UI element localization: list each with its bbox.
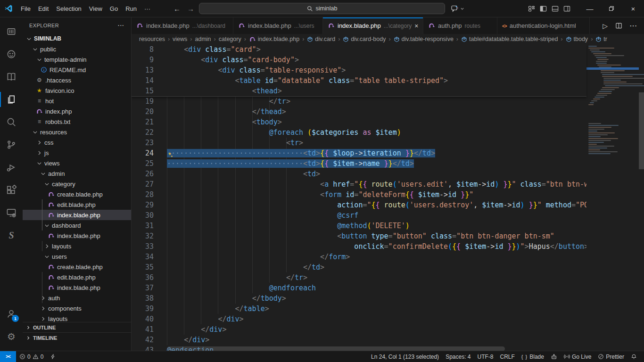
code-line-27[interactable]: 27 <a href="{{ route('users.edit', $item… <box>132 179 586 189</box>
line-number[interactable]: 28 <box>132 189 154 200</box>
tab-index-blade-php[interactable]: index.blade.php...\category× <box>323 17 423 34</box>
tree-item-index-php[interactable]: index.php <box>23 106 131 116</box>
customize-layout-icon[interactable] <box>528 5 535 12</box>
status-cursor-position[interactable]: Ln 24, Col 1 (123 selected) <box>368 354 442 360</box>
menu-more[interactable]: ··· <box>140 4 154 14</box>
menu-item-view[interactable]: View <box>85 4 106 14</box>
line-number[interactable]: 30 <box>132 210 154 221</box>
line-number[interactable]: 13 <box>132 65 154 75</box>
code-line-25[interactable]: 25································<td>{{… <box>132 158 586 169</box>
close-tab-icon[interactable]: × <box>414 22 418 30</box>
breadcrumb-item-div-card[interactable]: div.card <box>307 36 335 42</box>
status-encoding[interactable]: UTF-8 <box>474 354 497 360</box>
tree-item-admin[interactable]: admin <box>23 168 131 179</box>
line-number[interactable]: 21 <box>132 117 154 127</box>
status-eol[interactable]: CRLF <box>497 354 518 360</box>
code-line-30[interactable]: 30 @csrf <box>132 210 586 221</box>
activity-item-explorer[interactable] <box>0 88 23 111</box>
tree-item-template-admin[interactable]: template-admin <box>23 54 131 65</box>
line-number[interactable]: 27 <box>132 179 154 189</box>
feedback-indicator[interactable] <box>47 354 59 360</box>
code-line-35[interactable]: 35 </td> <box>132 262 586 272</box>
menu-item-file[interactable]: File <box>17 4 34 14</box>
line-number[interactable]: 32 <box>132 231 154 241</box>
status-indentation[interactable]: Spaces: 4 <box>442 354 474 360</box>
code-line-22[interactable]: 22 @foreach ($categories as $item) <box>132 127 586 138</box>
toggle-panel-icon[interactable] <box>552 5 559 12</box>
copilot-menu-button[interactable] <box>451 4 464 13</box>
code-line-41[interactable]: 41 </div> <box>132 324 586 335</box>
remote-indicator[interactable]: >< <box>0 351 16 362</box>
activity-item-s-extension[interactable]: S <box>0 224 23 247</box>
status-language-mode[interactable]: { }Blade <box>518 354 547 360</box>
minimap[interactable] <box>586 44 639 351</box>
restore-button[interactable] <box>601 0 622 17</box>
code-line-24[interactable]: 24································<td>{{… <box>132 148 586 158</box>
status-go-live[interactable]: Go Live <box>561 354 594 360</box>
code-line-39[interactable]: 39 </table> <box>132 304 586 314</box>
run-file-button[interactable]: ▷ <box>603 22 608 30</box>
explorer-more-actions[interactable]: ··· <box>118 23 124 28</box>
problems-indicator[interactable]: 0 0 <box>16 354 47 360</box>
code-line-13[interactable]: 13 <div class="table-responsive"> <box>132 65 586 75</box>
account-button[interactable]: 1 <box>0 303 23 325</box>
settings-button[interactable]: ⚙ <box>0 325 23 348</box>
code-line-40[interactable]: 40 </div> <box>132 314 586 324</box>
menu-item-go[interactable]: Go <box>106 4 122 14</box>
breadcrumb-item-table-datatable-table-table-striped[interactable]: table#datatable.table.table-striped <box>461 36 558 42</box>
line-number[interactable]: 33 <box>132 241 154 252</box>
breadcrumb-item-tr[interactable]: tr <box>595 36 607 42</box>
line-number[interactable]: 20 <box>132 107 154 117</box>
tab-auth-php[interactable]: auth.phproutes <box>423 17 497 34</box>
line-number[interactable]: 40 <box>132 314 154 324</box>
line-number[interactable]: 41 <box>132 324 154 335</box>
tree-item-index-blade-php[interactable]: index.blade.php <box>23 230 131 241</box>
breadcrumb-item-div-table-responsive[interactable]: div.table-responsive <box>394 36 454 42</box>
tree-item-edit-blade-php[interactable]: edit.blade.php <box>23 199 131 210</box>
tree-item--htaccess[interactable]: ⚙.htaccess <box>23 75 131 85</box>
line-number[interactable]: 43 <box>132 345 154 351</box>
tab-authentication-login-html[interactable]: <>authentication-login.html <box>497 17 590 34</box>
line-number[interactable]: 35 <box>132 262 154 272</box>
activity-item-extensions[interactable] <box>0 179 23 201</box>
horizontal-scrollbar[interactable] <box>167 346 505 351</box>
tree-item-dashboard[interactable]: dashboard <box>23 220 131 230</box>
tree-item-users[interactable]: users <box>23 251 131 262</box>
code-lines[interactable]: 19 </tr>20 </thead>21 <tbody>22 @foreach… <box>132 96 586 351</box>
line-number[interactable]: 36 <box>132 272 154 283</box>
split-editor-icon[interactable] <box>615 22 622 29</box>
line-number[interactable]: 24 <box>132 148 154 158</box>
line-number[interactable]: 26 <box>132 169 154 179</box>
code-line-34[interactable]: 34 </form> <box>132 252 586 262</box>
code-editor[interactable]: 19 </tr>20 </thead>21 <tbody>22 @foreach… <box>132 44 644 351</box>
editor-more-actions[interactable]: ··· <box>630 22 637 29</box>
outline-section[interactable]: OUTLINE <box>23 322 131 333</box>
tree-item-css[interactable]: css <box>23 137 131 148</box>
tree-item-create-blade-php[interactable]: create.blade.php <box>23 262 131 272</box>
status-notifications[interactable] <box>627 354 640 360</box>
tree-item-index-blade-php[interactable]: index.blade.php <box>23 282 131 293</box>
code-line-8[interactable]: 8 <div class="card"> <box>132 44 586 55</box>
tab-index-blade-php[interactable]: index.blade.php...\dashboard <box>132 17 233 34</box>
toggle-secondary-sidebar-icon[interactable] <box>563 5 570 12</box>
line-number[interactable]: 23 <box>132 138 154 148</box>
code-line-14[interactable]: 14 <table id="datatable" class="table ta… <box>132 75 586 86</box>
activity-item-book[interactable] <box>0 66 23 88</box>
activity-item-monkey[interactable] <box>0 43 23 66</box>
breadcrumb-item-category[interactable]: category <box>219 36 241 42</box>
breadcrumb-item-views[interactable]: views <box>173 36 187 42</box>
line-number[interactable]: 22 <box>132 127 154 138</box>
command-center-search[interactable]: siminlab <box>199 3 445 14</box>
code-line-21[interactable]: 21 <tbody> <box>132 117 586 127</box>
line-number[interactable]: 15 <box>132 86 154 96</box>
vertical-scrollbar[interactable] <box>639 92 644 169</box>
menu-item-edit[interactable]: Edit <box>34 4 52 14</box>
code-line-29[interactable]: 29 action="{{ route('users.destroy', $it… <box>132 200 586 210</box>
menu-item-selection[interactable]: Selection <box>52 4 85 14</box>
code-line-36[interactable]: 36 </tr> <box>132 272 586 283</box>
tree-item-layouts[interactable]: layouts <box>23 313 131 322</box>
code-line-15[interactable]: 15 <thead> <box>132 86 586 96</box>
breadcrumb-item-resources[interactable]: resources <box>139 36 165 42</box>
activity-item-container[interactable] <box>0 20 23 43</box>
tree-item-favicon-ico[interactable]: ★favicon.ico <box>23 85 131 96</box>
